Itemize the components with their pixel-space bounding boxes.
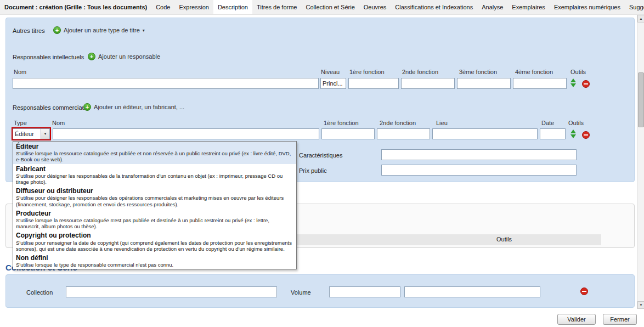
tab-oeuvres[interactable]: Oeuvres (359, 0, 391, 14)
rc-type-select[interactable]: Éditeur ▾ (13, 128, 50, 139)
rc-col-header-1ere-fonction: 1ère fonction (324, 120, 359, 126)
move-down-icon[interactable] (570, 134, 576, 138)
dropdown-option-desc: S'utilise lorsque la ressource catalogué… (16, 150, 293, 162)
ri-col-header-1ere-fonction: 1ère fonction (349, 69, 385, 75)
chevron-down-icon: ▾ (143, 28, 145, 33)
tab-analyse[interactable]: Analyse (477, 0, 507, 14)
ri-3eme-fonction-input[interactable] (457, 78, 511, 89)
ri-col-header-4eme-fonction: 4ème fonction (515, 69, 553, 75)
dropdown-option-title: Copyright ou protection (16, 232, 293, 239)
vertical-scrollbar[interactable]: ▲ ▼ (637, 15, 644, 309)
collection-input[interactable] (66, 286, 277, 297)
volume-input[interactable] (329, 286, 400, 297)
cataloging-window: Document : création (Grille : Tous les d… (0, 0, 644, 327)
ri-nom-input[interactable] (13, 78, 319, 89)
scroll-up-button[interactable]: ▲ (637, 15, 644, 22)
minus-icon (584, 134, 588, 136)
dropdown-option-desc: S'utilise pour renseigner la date de cop… (16, 240, 293, 252)
outils-column-header: Outils (496, 236, 512, 243)
rc-lieu-input[interactable] (432, 128, 538, 139)
ri-col-header-outils: Outils (570, 69, 586, 75)
rc-col-header-2nde-fonction: 2nde fonction (380, 120, 416, 126)
dropdown-option-desc: S'utilise pour désigner les responsables… (16, 173, 293, 185)
serie-input[interactable] (404, 286, 540, 297)
rc-1ere-fonction-input[interactable] (321, 128, 375, 139)
add-title-type-button[interactable]: + Ajouter un autre type de titre ▾ (53, 26, 145, 34)
caracteristiques-input[interactable] (381, 149, 577, 160)
volume-label: Volume (291, 289, 311, 296)
top-tab-bar: Document : création (Grille : Tous les d… (0, 0, 644, 15)
tab-titres-de-forme[interactable]: Titres de forme (252, 0, 302, 14)
tab-suggestions[interactable]: Suggestions (625, 0, 644, 14)
ri-col-header-nom: Nom (14, 69, 26, 75)
tab-expression[interactable]: Expression (174, 0, 213, 14)
tab-code[interactable]: Code (151, 0, 174, 14)
rc-col-header-outils: Outils (568, 120, 584, 126)
resp-intellectuels-label: Responsables intellectuels (13, 54, 84, 60)
rc-2nde-fonction-input[interactable] (377, 128, 430, 139)
rc-col-header-lieu: Lieu (436, 120, 448, 126)
tab-classifications[interactable]: Classifications et Indexations (391, 0, 477, 14)
tab-description[interactable]: Description (213, 0, 252, 14)
scrollbar-thumb[interactable] (638, 72, 644, 127)
rc-col-header-type: Type (14, 120, 27, 126)
dropdown-option-producteur[interactable]: Producteur S'utilise lorsque la ressourc… (13, 208, 296, 231)
dropdown-option-fabricant[interactable]: Fabricant S'utilise pour désigner les re… (13, 164, 296, 187)
valider-button[interactable]: Valider (557, 314, 596, 325)
add-plus-icon: + (53, 26, 61, 34)
ri-remove-row-button[interactable] (582, 80, 590, 88)
collection-label: Collection (26, 289, 53, 296)
tab-exemplaires-numeriques[interactable]: Exemplaires numériques (550, 0, 625, 14)
select-caret-icon: ▾ (41, 129, 49, 139)
ri-2nde-fonction-input[interactable] (401, 78, 455, 89)
scroll-down-button[interactable]: ▼ (637, 301, 644, 309)
ri-1ere-fonction-input[interactable] (348, 78, 399, 89)
rc-remove-row-button[interactable] (582, 131, 590, 139)
dropdown-option-diffuseur[interactable]: Diffuseur ou distributeur S'utilise pour… (13, 186, 296, 208)
minus-icon (584, 83, 588, 84)
dropdown-option-desc: S'utilise pour désigner les responsables… (16, 195, 293, 207)
ri-col-header-3eme-fonction: 3ème fonction (459, 69, 497, 75)
dropdown-option-desc: S'utilise lorsque la ressource catalogué… (16, 217, 293, 229)
rc-col-header-date: Date (541, 120, 554, 126)
ri-niveau-value: Princi... (321, 78, 346, 88)
add-responsable-button[interactable]: + Ajouter un responsable (88, 53, 160, 60)
rc-type-value: Éditeur (13, 129, 41, 139)
dropdown-option-editeur[interactable]: Éditeur S'utilise lorsque la ressource c… (13, 142, 296, 164)
rc-move-row-control[interactable] (570, 129, 576, 138)
autres-titres-label: Autres titres (13, 27, 45, 34)
rc-date-input[interactable] (540, 128, 566, 139)
rc-nom-input[interactable] (53, 128, 319, 139)
ri-move-row-control[interactable] (570, 78, 576, 87)
ri-niveau-select[interactable]: Princi... (320, 78, 346, 89)
move-up-icon[interactable] (570, 129, 576, 133)
caracteristiques-label: Caractéristiques (299, 152, 342, 159)
prix-public-input[interactable] (381, 165, 577, 176)
type-commercial-dropdown: Éditeur S'utilise lorsque la ressource c… (13, 141, 297, 269)
add-plus-icon: + (88, 53, 95, 60)
minus-icon (582, 291, 586, 292)
add-title-type-label: Ajouter un autre type de titre (64, 27, 140, 33)
rc-col-header-nom: Nom (52, 120, 65, 126)
ri-4eme-fonction-input[interactable] (513, 78, 567, 89)
tab-collection-et-serie[interactable]: Collection et Série (301, 0, 359, 14)
dropdown-option-title: Fabricant (16, 166, 293, 173)
add-plus-icon: + (83, 103, 91, 111)
remove-collection-button[interactable] (580, 287, 588, 295)
tab-exemplaires[interactable]: Exemplaires (507, 0, 550, 14)
ri-col-header-niveau: Niveau (321, 69, 340, 75)
resp-commerciaux-label: Responsables commerciaux (13, 104, 88, 111)
fermer-button[interactable]: Fermer (603, 314, 637, 325)
tab-document-creation[interactable]: Document : création (Grille : Tous les d… (0, 0, 151, 14)
add-editeur-button[interactable]: + Ajouter un éditeur, un fabricant, ... (83, 103, 184, 111)
dropdown-option-title: Producteur (16, 210, 293, 217)
ri-col-header-2nde-fonction: 2nde fonction (402, 69, 438, 75)
dropdown-option-copyright[interactable]: Copyright ou protection S'utilise pour r… (13, 230, 296, 253)
dropdown-option-non-defini[interactable]: Non défini S'utilise lorsque le type de … (13, 253, 296, 269)
dropdown-option-title: Non défini (16, 255, 293, 262)
add-responsable-label: Ajouter un responsable (98, 53, 160, 60)
move-down-icon[interactable] (570, 83, 576, 87)
add-editeur-label: Ajouter un éditeur, un fabricant, ... (94, 104, 184, 110)
move-up-icon[interactable] (570, 78, 576, 82)
dropdown-option-desc: S'utilise lorsque le type de responsable… (16, 262, 293, 268)
